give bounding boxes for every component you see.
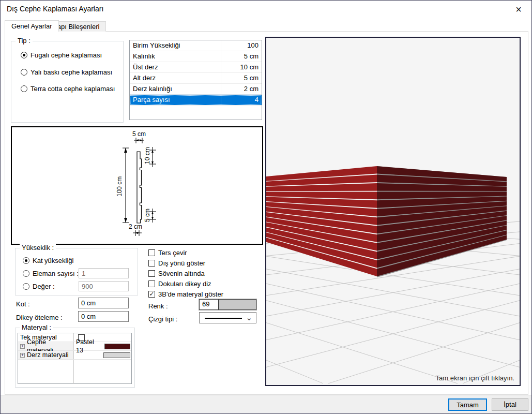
param-name: Kalınlık [130,51,221,62]
checkbox-label: Sövenin altında [158,270,205,277]
radio-yali-baski[interactable]: Yalı baskı cephe kaplaması [21,68,112,76]
radio-label: Yalı baskı cephe kaplaması [31,68,112,76]
cancel-button[interactable]: İptal [492,398,528,411]
kot-input[interactable] [78,298,129,308]
param-value[interactable]: 5 cm [221,51,262,62]
eleman-sayisi-input [79,268,129,278]
radio-label: Fugalı cephe kaplaması [31,51,102,59]
param-name: Derz kalınlığı [130,84,221,94]
dim-joint-label: 2 cm [129,223,142,230]
cephe-material-swatch[interactable] [104,344,130,349]
checkbox-icon [148,260,155,267]
material-row-derz[interactable]: + Derz materyali [18,351,131,360]
dikey-oteleme-input[interactable] [78,311,129,322]
checkbox-label: Ters çevir [158,249,187,257]
window-title: Dış Cephe Kaplaması Ayarları [7,5,103,13]
line-sample [205,318,242,319]
chevron-down-icon: ⌄ [246,313,252,322]
radio-kat-yuksekligi[interactable]: Kat yüksekliği [23,257,73,264]
param-value[interactable]: 10 cm [221,62,262,72]
radio-label: Değer : [33,283,55,290]
height-group-label: Yükseklik : [20,244,56,252]
parameters-table: Birim Yüksekliği 100 Kalınlık 5 cm Üst d… [129,40,262,120]
tip-group-label: Tip : [16,37,33,45]
checkbox-icon [148,249,155,256]
tab-genel-ayarlar[interactable]: Genel Ayarlar [5,20,59,32]
material-row-cephe[interactable]: + Cephe materyali Pastel 13 [18,342,131,351]
checkbox-dis-yonu-goster[interactable]: Dış yönü göster [148,259,205,267]
dikey-oteleme-label: Dikey öteleme : [16,314,63,321]
ok-button[interactable]: Tamam [448,398,487,411]
param-name: Parça sayısı [130,95,221,105]
table-row-selected[interactable]: Parça sayısı 4 [130,95,262,106]
param-name: Birim Yüksekliği [130,40,221,51]
cizgi-tipi-label: Çizgi tipi : [148,315,177,323]
profile-diagram: 100 cm 5 cm 10 cm 5 cm 2 cm [11,126,263,245]
checkbox-dokulari-dikey-diz[interactable]: Dokuları dikey diz [148,280,211,288]
radio-label: Kat yüksekliği [33,257,73,264]
renk-color-swatch[interactable] [218,300,256,309]
radio-icon [23,283,29,290]
radio-label: Eleman sayısı : [33,270,79,277]
param-value[interactable]: 4 [221,95,262,105]
kot-label: Kot : [16,300,30,308]
table-row[interactable]: Üst derz 10 cm [130,62,262,73]
radio-fugali-cephe[interactable]: Fugalı cephe kaplaması [21,51,102,59]
expand-icon[interactable]: + [20,344,25,349]
radio-icon [21,52,27,58]
dim-height-label: 100 cm [116,176,123,197]
material-table: Tek materyal + Cephe materyali Pastel 13… [18,333,132,384]
dialog-window: Dış Cephe Kaplaması Ayarları × Genel Aya… [0,0,532,414]
height-group: Yükseklik : Kat yüksekliği Eleman sayısı… [15,248,138,295]
param-value[interactable]: 5 cm [221,73,262,83]
radio-icon [21,85,27,92]
param-name: Üst derz [130,62,221,72]
3d-preview-canvas[interactable] [266,38,520,385]
renk-control[interactable]: 69 [199,299,256,310]
checkbox-3b-materyal-goster[interactable]: ✓ 3B'de materyal göster [148,290,223,298]
line-type-dropdown[interactable]: ⌄ [199,312,256,323]
title-bar: Dış Cephe Kaplaması Ayarları × [1,1,531,17]
checkbox-label: Dış yönü göster [158,259,205,267]
table-row[interactable]: Derz kalınlığı 2 cm [130,84,262,95]
checkbox-label: Dokuları dikey diz [158,280,211,288]
dim-width-label: 5 cm [132,130,146,138]
param-value[interactable]: 100 [221,40,262,51]
radio-deger[interactable]: Değer : [23,283,55,290]
profile-diagram-svg: 100 cm 5 cm 10 cm 5 cm 2 cm [12,127,262,244]
radio-icon [21,69,27,76]
fullscreen-hint: Tam ekran için çift tıklayın. [436,374,514,382]
checkbox-label: 3B'de materyal göster [158,290,223,298]
tip-group: Tip : Fugalı cephe kaplaması Yalı baskı … [11,41,124,123]
checkbox-sovenin-altinda[interactable]: Sövenin altında [148,270,205,277]
material-name: Derz materyali [27,351,69,359]
radio-label: Terra cotta cephe kaplaması [31,85,115,93]
radio-terra-cotta[interactable]: Terra cotta cephe kaplaması [21,85,115,93]
derz-material-swatch[interactable] [103,352,130,358]
dim-bottom-derz-label: 5 cm [144,209,151,222]
deger-input [79,281,129,291]
checkbox-ters-cevir[interactable]: Ters çevir [148,249,187,257]
checkbox-checked-icon: ✓ [148,291,155,298]
table-row[interactable]: Kalınlık 5 cm [130,51,262,62]
param-value[interactable]: 2 cm [221,84,262,94]
radio-icon [23,257,29,264]
close-icon[interactable]: × [510,3,527,16]
material-table-filler [18,360,131,384]
expand-icon[interactable]: + [20,353,25,358]
renk-label: Renk : [148,302,168,310]
radio-icon [23,270,29,277]
checkbox-icon [148,270,155,277]
renk-value[interactable]: 69 [200,300,218,309]
table-row[interactable]: Birim Yüksekliği 100 [130,40,262,51]
radio-eleman-sayisi[interactable]: Eleman sayısı : [23,270,79,277]
dim-top-derz-label: 10 cm [144,147,151,164]
param-name: Alt derz [130,73,221,83]
checkbox-icon [148,280,155,287]
material-group-label: Materyal : [20,323,53,331]
table-row[interactable]: Alt derz 5 cm [130,73,262,84]
3d-preview[interactable]: Tam ekran için çift tıklayın. [265,37,521,386]
